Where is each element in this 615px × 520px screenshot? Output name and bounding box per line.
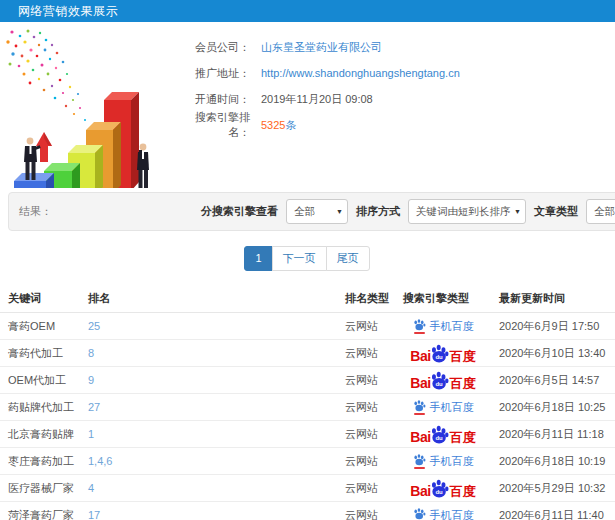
mobile-baidu-badge: 手机百度 [413, 399, 474, 415]
rank-link[interactable]: 1 [88, 428, 94, 440]
mobile-baidu-paw-icon [413, 453, 426, 469]
baidu-logo: Bai du 百度 [410, 479, 475, 498]
red-underline [414, 467, 425, 469]
rank-link[interactable]: 1,4,6 [88, 455, 112, 467]
engine-filter-select[interactable]: 全部 ▼ [286, 199, 348, 224]
baidu-paw-icon: du [430, 479, 449, 498]
rank-link[interactable]: 25 [88, 320, 100, 332]
rank-cell: 4 [80, 482, 337, 494]
engine-cell: Bai du 百度 [395, 371, 491, 390]
rank-cell: 25 [80, 320, 337, 332]
marketing-chart-illustration [0, 28, 185, 188]
last-page-button[interactable]: 尾页 [326, 246, 370, 271]
rank-count: 5325 [261, 119, 285, 131]
chevron-down-icon: ▼ [514, 200, 521, 223]
engine-filter-value: 全部 [294, 205, 315, 217]
updated-cell: 2020年6月11日 11:40 [491, 508, 615, 520]
mobile-baidu-badge: 手机百度 [413, 318, 474, 334]
table-row: 膏药OEM 25 云网站 手机百度 202 [0, 313, 615, 340]
member-info: 会员公司： 山东皇圣堂药业有限公司 推广地址： http://www.shand… [180, 34, 460, 138]
rank-type-cell: 云网站 [337, 427, 395, 442]
opened-time-value: 2019年11月20日 09:08 [261, 92, 373, 107]
next-page-button[interactable]: 下一页 [272, 246, 327, 271]
header-engine-type: 搜索引擎类型 [395, 291, 491, 306]
rank-type-cell: 云网站 [337, 319, 395, 334]
baidu-logo-cn: 百度 [450, 377, 476, 390]
engine-cell: 手机百度 [395, 399, 491, 415]
mobile-baidu-paw-icon [413, 507, 426, 520]
pagination: 1 下一页 尾页 [0, 246, 615, 271]
updated-cell: 2020年6月5日 14:57 [491, 373, 615, 388]
company-link[interactable]: 山东皇圣堂药业有限公司 [261, 40, 382, 55]
rank-link[interactable]: 8 [88, 347, 94, 359]
baidu-paw-icon: du [430, 371, 449, 390]
filter-panel: 结果： 分搜索引擎查看 全部 ▼ 排序方式 关键词由短到长排序 ▼ 文章类型 全… [8, 192, 615, 231]
mobile-baidu-paw-icon [413, 318, 426, 334]
rank-cell: 27 [80, 401, 337, 413]
table-body: 膏药OEM 25 云网站 手机百度 202 [0, 313, 615, 520]
page-1-button[interactable]: 1 [244, 246, 272, 271]
sort-filter-select[interactable]: 关键词由短到长排序 ▼ [408, 199, 526, 224]
promo-url-label: 推广地址： [180, 66, 250, 81]
engine-rank-value: 5325条 [261, 118, 296, 133]
keyword-cell: 菏泽膏药厂家 [0, 508, 80, 520]
engine-rank-row: 搜索引擎排名： 5325条 [180, 112, 460, 138]
table-row: 医疗器械厂家 4 云网站 Bai du 百度 [0, 475, 615, 502]
engine-cell: Bai du 百度 [395, 479, 491, 498]
header-rank-type: 排名类型 [337, 291, 395, 306]
rank-type-cell: 云网站 [337, 346, 395, 361]
header-rank: 排名 [80, 291, 337, 306]
keyword-cell: 医疗器械厂家 [0, 481, 80, 496]
mobile-baidu-label: 手机百度 [430, 454, 474, 469]
rank-link[interactable]: 4 [88, 482, 94, 494]
rank-cell: 9 [80, 374, 337, 386]
rank-link[interactable]: 17 [88, 509, 100, 520]
baidu-logo-bai: Bai [410, 430, 430, 444]
table-row: 药贴牌代加工 27 云网站 手机百度 20 [0, 394, 615, 421]
updated-cell: 2020年6月18日 10:19 [491, 454, 615, 469]
baidu-logo-cn: 百度 [450, 485, 476, 498]
engine-rank-label: 搜索引擎排名： [180, 110, 250, 140]
rank-cell: 1 [80, 428, 337, 440]
promo-url-link[interactable]: http://www.shandonghuangshengtang.cn [261, 67, 460, 79]
rank-type-cell: 云网站 [337, 508, 395, 520]
red-underline [414, 413, 425, 415]
keyword-cell: 膏药OEM [0, 319, 80, 334]
baidu-logo: Bai du 百度 [410, 344, 475, 363]
engine-filter-label: 分搜索引擎查看 [201, 204, 278, 219]
baidu-logo-du: du [435, 489, 443, 495]
baidu-logo-du: du [435, 435, 443, 441]
keyword-cell: 枣庄膏药加工 [0, 454, 80, 469]
rank-unit: 条 [285, 119, 296, 131]
updated-cell: 2020年6月11日 11:18 [491, 427, 615, 442]
ranking-table: 关键词 排名 排名类型 搜索引擎类型 最新更新时间 膏药OEM 25 云网站 [0, 285, 615, 520]
baidu-logo-cn: 百度 [450, 350, 476, 363]
mobile-baidu-label: 手机百度 [430, 319, 474, 334]
company-label: 会员公司： [180, 40, 250, 55]
rank-link[interactable]: 9 [88, 374, 94, 386]
header-updated: 最新更新时间 [491, 291, 615, 306]
promo-url-row: 推广地址： http://www.shandonghuangshengtang.… [180, 60, 460, 86]
baidu-paw-icon: du [430, 344, 449, 363]
rank-cell: 8 [80, 347, 337, 359]
keyword-cell: 膏药代加工 [0, 346, 80, 361]
rank-type-cell: 云网站 [337, 373, 395, 388]
chevron-down-icon: ▼ [336, 200, 343, 223]
updated-cell: 2020年6月18日 10:25 [491, 400, 615, 415]
result-label: 结果： [19, 193, 52, 230]
updated-cell: 2020年6月9日 17:50 [491, 319, 615, 334]
mobile-baidu-badge: 手机百度 [413, 507, 474, 520]
engine-cell: 手机百度 [395, 453, 491, 469]
rank-type-cell: 云网站 [337, 400, 395, 415]
keyword-cell: 北京膏药贴牌 [0, 427, 80, 442]
mobile-baidu-badge: 手机百度 [413, 453, 474, 469]
sort-filter-value: 关键词由短到长排序 [416, 205, 511, 217]
article-type-label: 文章类型 [534, 204, 578, 219]
rank-link[interactable]: 27 [88, 401, 100, 413]
engine-cell: Bai du 百度 [395, 425, 491, 444]
article-type-select[interactable]: 全部 ▼ [586, 199, 615, 224]
keyword-cell: 药贴牌代加工 [0, 400, 80, 415]
page-title: 网络营销效果展示 [18, 4, 118, 18]
baidu-paw-icon: du [430, 425, 449, 444]
mobile-baidu-paw-icon [413, 399, 426, 415]
